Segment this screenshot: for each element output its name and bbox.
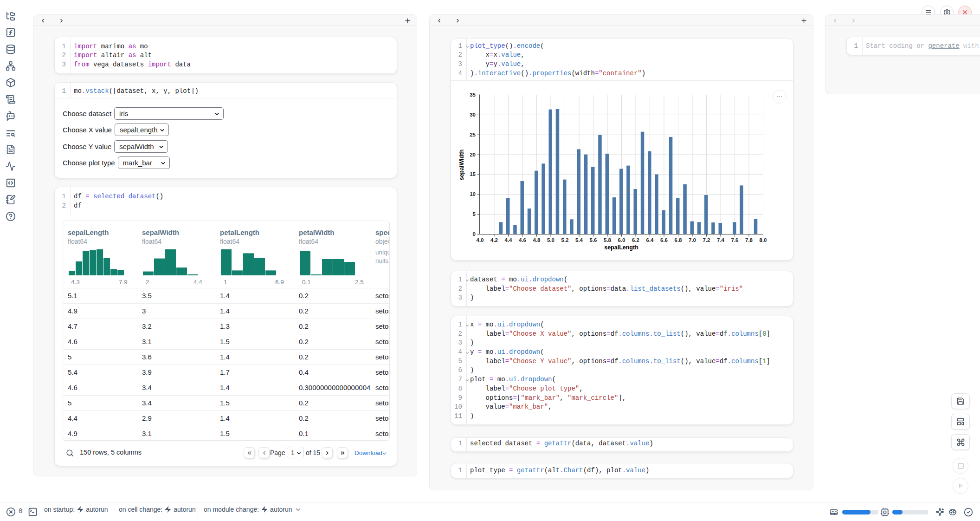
svg-text:0: 0 <box>473 231 476 237</box>
svg-text:6.8: 6.8 <box>675 237 683 243</box>
svg-text:5.6: 5.6 <box>590 237 597 243</box>
svg-text:sepalLength: sepalLength <box>604 244 638 251</box>
svg-text:5.4: 5.4 <box>575 237 583 243</box>
svg-text:6.2: 6.2 <box>632 237 639 243</box>
svg-text:6.6: 6.6 <box>660 237 668 243</box>
svg-text:8.0: 8.0 <box>760 237 767 243</box>
svg-text:6.4: 6.4 <box>646 237 654 243</box>
svg-text:5: 5 <box>473 211 476 217</box>
svg-text:5.0: 5.0 <box>547 237 554 243</box>
svg-text:25: 25 <box>470 132 476 137</box>
svg-text:7.0: 7.0 <box>689 237 696 243</box>
svg-text:7.6: 7.6 <box>731 237 739 243</box>
svg-text:6.0: 6.0 <box>618 237 625 243</box>
svg-text:4.2: 4.2 <box>490 237 498 243</box>
svg-text:4.0: 4.0 <box>477 237 484 243</box>
svg-text:7.2: 7.2 <box>703 237 710 243</box>
svg-text:sepalWidth: sepalWidth <box>458 150 465 181</box>
svg-text:7.8: 7.8 <box>745 237 753 243</box>
svg-text:5.2: 5.2 <box>561 237 569 243</box>
svg-text:35: 35 <box>470 92 476 98</box>
svg-text:20: 20 <box>470 152 476 157</box>
svg-text:4.4: 4.4 <box>505 237 513 243</box>
svg-text:5.8: 5.8 <box>604 237 612 243</box>
svg-text:30: 30 <box>470 112 476 117</box>
svg-text:15: 15 <box>470 171 476 177</box>
svg-text:4.8: 4.8 <box>533 237 541 243</box>
svg-text:7.4: 7.4 <box>717 237 725 243</box>
svg-text:10: 10 <box>470 191 476 197</box>
svg-text:4.6: 4.6 <box>519 237 526 243</box>
